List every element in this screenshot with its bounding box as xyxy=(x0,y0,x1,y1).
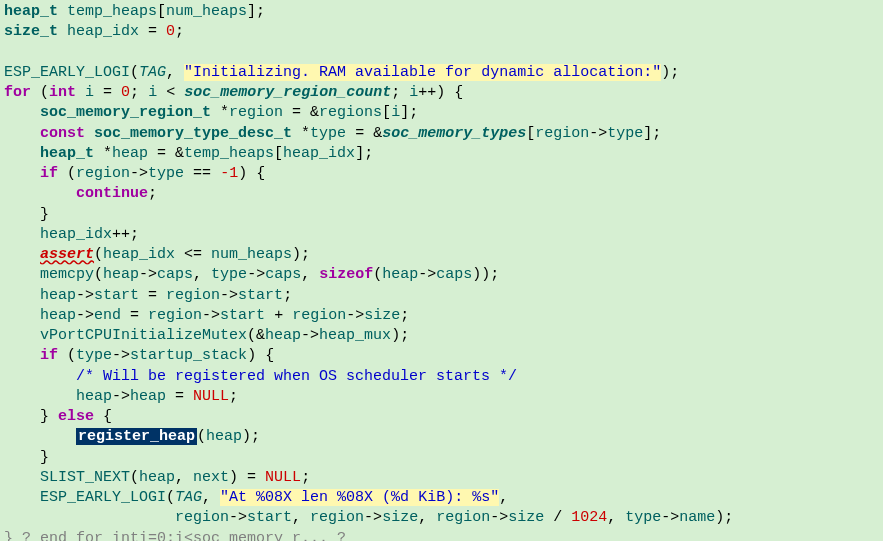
ident: heap xyxy=(382,266,418,283)
string-literal: "At %08X len %08X (%d KiB): %s" xyxy=(220,489,499,506)
ident: heap_idx xyxy=(103,246,175,263)
ident: region xyxy=(436,509,490,526)
ident: caps xyxy=(436,266,472,283)
ident: region xyxy=(166,287,220,304)
null-literal: NULL xyxy=(193,388,229,405)
line-18: if (type->startup_stack) { xyxy=(4,347,274,364)
keyword: int xyxy=(49,84,76,101)
line-7: const soc_memory_type_desc_t *type = &so… xyxy=(4,125,661,142)
ident: heap_mux xyxy=(319,327,391,344)
number: 0 xyxy=(121,84,130,101)
type-token: size_t xyxy=(4,23,58,40)
line-25: ESP_EARLY_LOGI(TAG, "At %08X len %08X (%… xyxy=(4,489,508,506)
line-4: ESP_EARLY_LOGI(TAG, "Initializing. RAM a… xyxy=(4,64,679,81)
type-token: soc_memory_region_t xyxy=(40,104,211,121)
ident: region xyxy=(310,509,364,526)
line-22: register_heap(heap); xyxy=(4,428,260,445)
ident: i xyxy=(391,104,400,121)
ident: start xyxy=(238,287,283,304)
func-call: memcpy xyxy=(40,266,94,283)
line-27: } ? end for inti=0;i<soc_memory_r... ? xyxy=(4,530,346,542)
line-10: continue; xyxy=(4,185,157,202)
ident: region xyxy=(292,307,346,324)
ident: heap xyxy=(139,469,175,486)
macro-call: ESP_EARLY_LOGI xyxy=(40,489,166,506)
keyword: const xyxy=(40,125,85,142)
arg: TAG xyxy=(139,64,166,81)
ident: heap xyxy=(40,287,76,304)
func-call: vPortCPUInitializeMutex xyxy=(40,327,247,344)
ident: startup_stack xyxy=(130,347,247,364)
line-13: assert(heap_idx <= num_heaps); xyxy=(4,246,310,263)
arg: TAG xyxy=(175,489,202,506)
macro-call: ESP_EARLY_LOGI xyxy=(4,64,130,81)
line-8: heap_t *heap = &temp_heaps[heap_idx]; xyxy=(4,145,373,162)
line-16: heap->end = region->start + region->size… xyxy=(4,307,409,324)
ident: heap xyxy=(130,388,166,405)
assert-macro: assert xyxy=(40,246,94,263)
line-23: } xyxy=(4,449,49,466)
ident: end xyxy=(94,307,121,324)
ident: heap xyxy=(112,145,148,162)
line-5: for (int i = 0; i < soc_memory_region_co… xyxy=(4,84,463,101)
selected-ident: register_heap xyxy=(76,428,197,445)
keyword: if xyxy=(40,347,58,364)
ident: region xyxy=(148,307,202,324)
ident: start xyxy=(94,287,139,304)
ident: size xyxy=(508,509,544,526)
ident: heap xyxy=(76,388,112,405)
comment: /* Will be registered when OS scheduler … xyxy=(76,368,517,385)
ident: temp_heaps xyxy=(184,145,274,162)
ident: soc_memory_region_count xyxy=(184,84,391,101)
line-6: soc_memory_region_t *region = &regions[i… xyxy=(4,104,418,121)
ident: size xyxy=(364,307,400,324)
ident: type xyxy=(310,125,346,142)
null-literal: NULL xyxy=(265,469,301,486)
keyword: continue xyxy=(76,185,148,202)
ident: heap xyxy=(206,428,242,445)
number: -1 xyxy=(220,165,238,182)
ident: regions xyxy=(319,104,382,121)
string-literal: "Initializing. RAM available for dynamic… xyxy=(184,64,661,81)
line-21: } else { xyxy=(4,408,112,425)
ident: i xyxy=(148,84,157,101)
ident: caps xyxy=(265,266,301,283)
ident: type xyxy=(76,347,112,364)
ident: type xyxy=(211,266,247,283)
ident: size xyxy=(382,509,418,526)
line-26: region->start, region->size, region->siz… xyxy=(4,509,733,526)
ident: name xyxy=(679,509,715,526)
keyword: for xyxy=(4,84,31,101)
line-11: } xyxy=(4,206,49,223)
ident: region xyxy=(229,104,283,121)
type-token: soc_memory_type_desc_t xyxy=(94,125,292,142)
keyword: if xyxy=(40,165,58,182)
type-token: heap_t xyxy=(40,145,94,162)
ident: start xyxy=(220,307,265,324)
line-17: vPortCPUInitializeMutex(&heap->heap_mux)… xyxy=(4,327,409,344)
keyword: sizeof xyxy=(319,266,373,283)
line-2: size_t heap_idx = 0; xyxy=(4,23,184,40)
ident: num_heaps xyxy=(211,246,292,263)
ident: i xyxy=(409,84,418,101)
macro-call: SLIST_NEXT xyxy=(40,469,130,486)
ident: i xyxy=(85,84,94,101)
line-14: memcpy(heap->caps, type->caps, sizeof(he… xyxy=(4,266,499,283)
line-12: heap_idx++; xyxy=(4,226,139,243)
code-editor[interactable]: heap_t temp_heaps[num_heaps]; size_t hea… xyxy=(0,0,883,541)
ident: type xyxy=(625,509,661,526)
type-token: heap_t xyxy=(4,3,58,20)
ident: type xyxy=(148,165,184,182)
line-15: heap->start = region->start; xyxy=(4,287,292,304)
number: 1024 xyxy=(571,509,607,526)
line-9: if (region->type == -1) { xyxy=(4,165,265,182)
ident: region xyxy=(175,509,229,526)
ident: num_heaps xyxy=(166,3,247,20)
ident: region xyxy=(76,165,130,182)
keyword: else xyxy=(58,408,94,425)
ident: heap_idx xyxy=(40,226,112,243)
ident: heap xyxy=(265,327,301,344)
ident: heap_idx xyxy=(67,23,139,40)
ident: next xyxy=(193,469,229,486)
fold-hint: } ? end for inti=0;i<soc_memory_r... ? xyxy=(4,530,346,542)
